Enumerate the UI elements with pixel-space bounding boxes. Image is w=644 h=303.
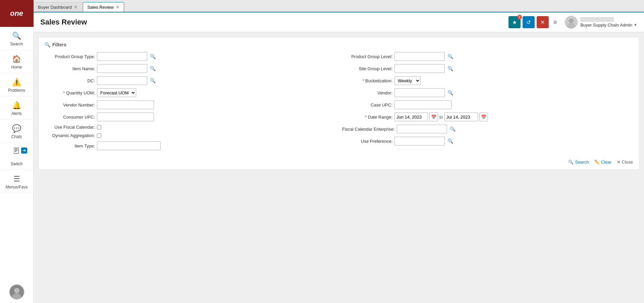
sidebar-item-problems[interactable]: ⚠️ Problems xyxy=(0,73,33,96)
item-name-input[interactable] xyxy=(97,64,147,73)
date-to-calendar-btn[interactable]: 📅 xyxy=(479,113,488,121)
sidebar-avatar[interactable] xyxy=(9,284,24,300)
clear-action-button[interactable]: ✏️ Clear xyxy=(594,160,611,165)
refresh-button[interactable]: ↺ xyxy=(523,16,535,28)
search-icon: 🔍 xyxy=(12,32,21,40)
switch-icon xyxy=(14,147,20,154)
sidebar-label-menus: Menus/Favs xyxy=(6,185,28,189)
vendor-input[interactable] xyxy=(394,88,445,97)
calendar-icon-2: 📅 xyxy=(481,115,486,120)
vendor-number-input[interactable] xyxy=(97,100,154,109)
filter-row-site-group-level: Site Group Level: 🔍 xyxy=(342,64,633,73)
app-logo: one xyxy=(0,0,34,27)
sidebar-item-search[interactable]: 🔍 Search xyxy=(0,27,33,50)
date-to-input[interactable]: Jul 14, 2023 xyxy=(444,113,478,121)
filters-title: Filters xyxy=(52,42,66,47)
sidebar-item-switch[interactable]: Switch xyxy=(0,143,33,170)
svg-rect-2 xyxy=(15,150,17,150)
vendor-label: Vendor: xyxy=(342,90,392,95)
filter-grid: Product Group Type: 🔍 Item Name: 🔍 xyxy=(45,52,633,150)
sidebar-item-chats[interactable]: 💬 Chats xyxy=(0,120,33,143)
dc-input[interactable] xyxy=(97,76,147,85)
product-group-type-search-btn[interactable]: 🔍 xyxy=(149,53,156,60)
product-group-type-input[interactable] xyxy=(97,52,147,61)
close-action-button[interactable]: ✕ Close xyxy=(617,160,633,165)
dc-label: DC: xyxy=(45,78,95,83)
fiscal-calendar-enterprise-search-btn[interactable]: 🔍 xyxy=(449,126,456,132)
switch-svg-icon xyxy=(14,147,20,154)
sidebar-item-alerts[interactable]: 🔔 Alerts xyxy=(0,96,33,120)
sidebar: one 🔍 Search 🏠 Home ⚠️ Problems 🔔 Alerts… xyxy=(0,0,34,303)
sidebar-item-menus[interactable]: ☰ Menus/Favs xyxy=(0,170,33,193)
item-type-input[interactable] xyxy=(97,141,161,150)
page-title: Sales Review xyxy=(40,18,508,27)
sidebar-label-chats: Chats xyxy=(11,134,22,139)
main-content: 🔍 Filters Product Group Type: 🔍 xyxy=(34,32,644,303)
filter-row-product-group-level: Product Group Level: 🔍 xyxy=(342,52,633,61)
user-details: Buyer Supply Chain Admin ▼ xyxy=(580,17,637,28)
filter-row-fiscal-calendar-enterprise: Fiscal Calendar Enterprise: 🔍 xyxy=(342,125,633,133)
sidebar-bottom xyxy=(9,281,24,303)
fiscal-calendar-enterprise-input[interactable] xyxy=(397,125,447,133)
search-action-button[interactable]: 🔍 Search xyxy=(568,160,589,165)
use-preference-input[interactable] xyxy=(394,137,445,145)
home-icon: 🏠 xyxy=(12,55,21,63)
item-name-search-btn[interactable]: 🔍 xyxy=(149,65,156,72)
quantity-uom-select[interactable]: Forecast UOM Cases Units xyxy=(97,88,136,97)
dynamic-aggregation-label: Dynamic Aggregation: xyxy=(45,133,95,138)
page-header: Sales Review ★ 1 ↺ ✕ ≡ xyxy=(34,12,644,32)
tab-buyer-dashboard[interactable]: Buyer Dashboard ✕ xyxy=(34,2,82,12)
star-icon: ★ xyxy=(512,19,517,26)
user-avatar-icon xyxy=(565,16,578,29)
sidebar-item-home[interactable]: 🏠 Home xyxy=(0,50,33,73)
tab-sales-review-close[interactable]: ✕ xyxy=(116,4,120,10)
close-button[interactable]: ✕ xyxy=(537,16,549,28)
case-upc-input[interactable] xyxy=(394,100,451,109)
date-from-calendar-btn[interactable]: 📅 xyxy=(429,113,438,121)
filter-row-consumer-upc: Consumer UPC: xyxy=(45,113,335,121)
search-action-label: Search xyxy=(575,160,589,165)
tab-sales-review-label: Sales Review xyxy=(87,5,114,10)
switch-badge-icon xyxy=(22,148,26,153)
problems-icon: ⚠️ xyxy=(12,78,21,87)
menu-button[interactable]: ≡ xyxy=(551,17,560,27)
vendor-number-label: Vendor Number: xyxy=(45,102,95,107)
magnify-icon-2: 🔍 xyxy=(150,66,156,71)
svg-point-5 xyxy=(14,288,19,293)
dropdown-arrow[interactable]: ▼ xyxy=(634,23,637,27)
filter-row-quantity-uom: Quantity UOM: Forecast UOM Cases Units xyxy=(45,88,335,97)
filter-row-dynamic-aggregation: Dynamic Aggregation: xyxy=(45,133,335,138)
date-from-input[interactable]: Jun 14, 2023 xyxy=(394,113,428,121)
sidebar-label-alerts: Alerts xyxy=(11,111,22,116)
site-group-level-input[interactable] xyxy=(394,64,445,73)
use-fiscal-calendar-checkbox[interactable] xyxy=(97,125,101,129)
tab-buyer-dashboard-close[interactable]: ✕ xyxy=(74,4,78,10)
use-preference-search-btn[interactable]: 🔍 xyxy=(447,138,454,144)
product-group-level-search-btn[interactable]: 🔍 xyxy=(447,53,454,60)
item-name-label: Item Name: xyxy=(45,66,95,71)
left-filters: Product Group Type: 🔍 Item Name: 🔍 xyxy=(45,52,335,150)
bucketization-select[interactable]: Weekly Monthly Daily xyxy=(394,76,421,85)
dc-search-btn[interactable]: 🔍 xyxy=(149,77,156,84)
filters-header: 🔍 Filters xyxy=(45,42,633,47)
filters-footer: 🔍 Search ✏️ Clear ✕ Close xyxy=(45,156,633,165)
tab-sales-review[interactable]: Sales Review ✕ xyxy=(83,2,124,12)
magnify-icon-6: 🔍 xyxy=(447,90,453,95)
notification-badge: ★ 1 xyxy=(508,16,521,28)
filter-row-product-group-type: Product Group Type: 🔍 xyxy=(45,52,335,61)
magnify-icon-5: 🔍 xyxy=(447,66,453,71)
site-group-level-search-btn[interactable]: 🔍 xyxy=(447,65,454,72)
consumer-upc-input[interactable] xyxy=(97,113,154,121)
magnify-icon-7: 🔍 xyxy=(450,126,455,132)
filter-row-date-range: Date Range: Jun 14, 2023 📅 to Jul 14, 20… xyxy=(342,113,633,121)
filter-row-case-upc: Case UPC: xyxy=(342,100,633,109)
product-group-level-input[interactable] xyxy=(394,52,445,61)
date-range-inputs: Jun 14, 2023 📅 to Jul 14, 2023 📅 xyxy=(394,113,488,121)
close-x-icon: ✕ xyxy=(540,19,545,26)
site-group-level-label: Site Group Level: xyxy=(342,66,392,71)
vendor-search-btn[interactable]: 🔍 xyxy=(447,89,454,96)
alerts-icon: 🔔 xyxy=(12,101,21,110)
use-fiscal-calendar-label: Use Fiscal Calendar: xyxy=(45,125,95,130)
product-group-type-label: Product Group Type: xyxy=(45,54,95,59)
dynamic-aggregation-checkbox[interactable] xyxy=(97,133,101,138)
